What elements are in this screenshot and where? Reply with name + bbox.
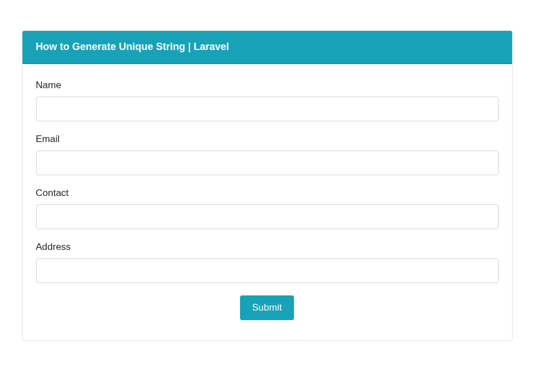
form-group-name: Name (36, 80, 499, 121)
contact-input[interactable] (36, 204, 499, 229)
email-label: Email (36, 134, 499, 145)
name-label: Name (36, 80, 499, 91)
form-group-address: Address (36, 241, 499, 283)
form-card: How to Generate Unique String | Laravel … (22, 30, 513, 341)
name-input[interactable] (36, 97, 499, 121)
contact-label: Contact (36, 188, 499, 199)
card-body: Name Email Contact Address Submit (22, 64, 512, 340)
card-header: How to Generate Unique String | Laravel (22, 31, 512, 64)
address-label: Address (36, 241, 499, 253)
card-title: How to Generate Unique String | Laravel (36, 41, 229, 52)
submit-button[interactable]: Submit (240, 295, 295, 320)
email-input[interactable] (36, 151, 499, 175)
form-group-email: Email (36, 134, 499, 175)
address-input[interactable] (36, 258, 499, 283)
form-group-contact: Contact (36, 188, 499, 229)
submit-wrap: Submit (36, 295, 499, 320)
